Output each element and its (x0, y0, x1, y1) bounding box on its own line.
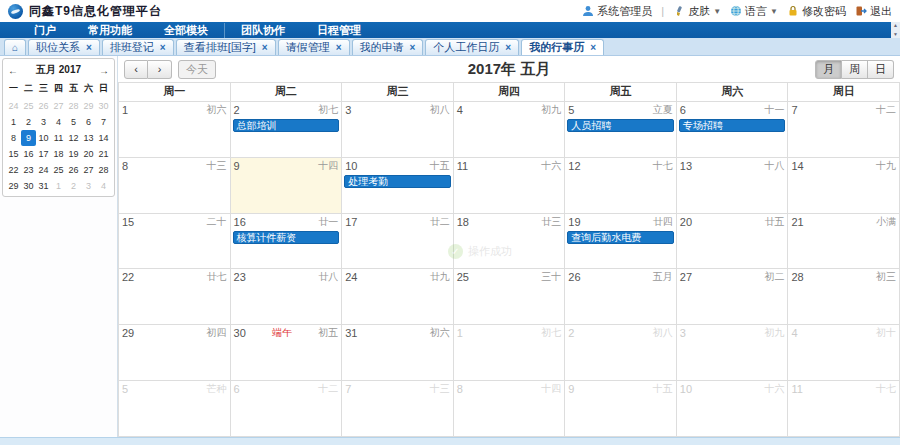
tab-0[interactable]: 职位关系× (28, 39, 100, 55)
mini-day-25[interactable]: 25 (21, 98, 36, 114)
mini-day-20[interactable]: 20 (81, 146, 96, 162)
mini-day-25[interactable]: 25 (51, 162, 66, 178)
day-cell-8[interactable]: 8十三 (119, 158, 231, 214)
scroll-up-icon[interactable]: ▲ (893, 23, 898, 28)
mini-calendar-title[interactable]: 五月 2017 (36, 63, 81, 77)
day-cell-12[interactable]: 12十七 (565, 158, 677, 214)
mini-day-3[interactable]: 3 (36, 114, 51, 130)
mini-day-13[interactable]: 13 (81, 130, 96, 146)
day-cell-4[interactable]: 4初十 (788, 325, 900, 381)
day-cell-27[interactable]: 27初二 (677, 269, 789, 325)
logout-button[interactable]: 退出 (855, 4, 892, 19)
day-cell-25[interactable]: 25三十 (454, 269, 566, 325)
day-cell-30[interactable]: 30端午初五 (231, 325, 343, 381)
day-cell-22[interactable]: 22廿七 (119, 269, 231, 325)
mini-day-27[interactable]: 27 (81, 162, 96, 178)
tab-2[interactable]: 查看排班[国字]× (176, 39, 276, 55)
day-cell-5[interactable]: 5芒种 (119, 381, 231, 437)
tab-3[interactable]: 请假管理× (278, 39, 350, 55)
day-cell-14[interactable]: 14十九 (788, 158, 900, 214)
mini-day-12[interactable]: 12 (66, 130, 81, 146)
nav-item-3[interactable]: 团队协作 (224, 23, 301, 38)
view-day-button[interactable]: 日 (868, 60, 894, 79)
day-cell-16[interactable]: 16廿一核算计件薪资 (231, 214, 343, 270)
day-cell-24[interactable]: 24廿九 (342, 269, 454, 325)
nav-item-1[interactable]: 常用功能 (72, 23, 148, 38)
close-icon[interactable]: × (86, 42, 92, 53)
day-cell-2[interactable]: 2初八 (565, 325, 677, 381)
day-cell-8[interactable]: 8十四 (454, 381, 566, 437)
mini-day-19[interactable]: 19 (66, 146, 81, 162)
mini-day-7[interactable]: 7 (96, 114, 111, 130)
mini-day-9[interactable]: 9 (21, 130, 36, 146)
tab-6[interactable]: 我的行事历× (521, 39, 604, 55)
event-bar[interactable]: 人员招聘 (567, 119, 674, 132)
nav-item-0[interactable]: 门户 (18, 23, 72, 38)
tab-1[interactable]: 排班登记× (102, 39, 174, 55)
day-cell-7[interactable]: 7十三 (342, 381, 454, 437)
close-icon[interactable]: × (410, 42, 416, 53)
mini-day-28[interactable]: 28 (96, 162, 111, 178)
mini-day-24[interactable]: 24 (6, 98, 21, 114)
day-cell-29[interactable]: 29初四 (119, 325, 231, 381)
mini-day-15[interactable]: 15 (6, 146, 21, 162)
mini-day-27[interactable]: 27 (51, 98, 66, 114)
day-cell-17[interactable]: 17廿二 (342, 214, 454, 270)
today-button[interactable]: 今天 (178, 60, 216, 79)
mini-day-22[interactable]: 22 (6, 162, 21, 178)
day-cell-13[interactable]: 13十八 (677, 158, 789, 214)
day-cell-2[interactable]: 2初七总部培训 (231, 102, 343, 158)
day-cell-3[interactable]: 3初八 (342, 102, 454, 158)
day-cell-9[interactable]: 9十四 (231, 158, 343, 214)
mini-day-30[interactable]: 30 (96, 98, 111, 114)
change-password-button[interactable]: 修改密码 (787, 4, 846, 19)
next-month-button[interactable]: › (148, 60, 172, 79)
close-icon[interactable]: × (590, 42, 596, 53)
mini-day-23[interactable]: 23 (21, 162, 36, 178)
mini-day-21[interactable]: 21 (96, 146, 111, 162)
day-cell-10[interactable]: 10十五处理考勤 (342, 158, 454, 214)
day-cell-21[interactable]: 21小满 (788, 214, 900, 270)
mini-day-29[interactable]: 29 (6, 178, 21, 194)
event-bar[interactable]: 查询后勤水电费 (567, 231, 674, 244)
view-week-button[interactable]: 周 (842, 60, 868, 79)
mini-day-16[interactable]: 16 (21, 146, 36, 162)
mini-day-24[interactable]: 24 (36, 162, 51, 178)
day-cell-23[interactable]: 23廿八 (231, 269, 343, 325)
mini-day-4[interactable]: 4 (51, 114, 66, 130)
day-cell-19[interactable]: 19廿四查询后勤水电费 (565, 214, 677, 270)
mini-day-1[interactable]: 1 (51, 178, 66, 194)
mini-day-10[interactable]: 10 (36, 130, 51, 146)
scrollbar[interactable]: ▲ ▼ (891, 22, 900, 38)
day-cell-11[interactable]: 11十七 (788, 381, 900, 437)
day-cell-1[interactable]: 1初六 (119, 102, 231, 158)
event-bar[interactable]: 处理考勤 (344, 175, 451, 188)
view-month-button[interactable]: 月 (815, 60, 842, 79)
mini-day-31[interactable]: 31 (36, 178, 51, 194)
close-icon[interactable]: × (505, 42, 511, 53)
nav-item-4[interactable]: 日程管理 (301, 23, 377, 38)
tab-5[interactable]: 个人工作日历× (425, 39, 519, 55)
mini-day-6[interactable]: 6 (81, 114, 96, 130)
day-cell-5[interactable]: 5立夏人员招聘 (565, 102, 677, 158)
day-cell-11[interactable]: 11十六 (454, 158, 566, 214)
mini-day-30[interactable]: 30 (21, 178, 36, 194)
nav-item-2[interactable]: 全部模块 (148, 23, 224, 38)
mini-next-button[interactable]: → (99, 65, 109, 76)
close-icon[interactable]: × (336, 42, 342, 53)
day-cell-26[interactable]: 26五月 (565, 269, 677, 325)
mini-day-26[interactable]: 26 (66, 162, 81, 178)
mini-day-17[interactable]: 17 (36, 146, 51, 162)
day-cell-20[interactable]: 20廿五 (677, 214, 789, 270)
tab-home[interactable]: ⌂ (4, 39, 26, 55)
skin-menu[interactable]: 皮肤 ▼ (673, 4, 721, 19)
day-cell-18[interactable]: 18廿三 (454, 214, 566, 270)
current-user[interactable]: 系统管理员 (582, 4, 652, 19)
day-cell-4[interactable]: 4初九 (454, 102, 566, 158)
mini-prev-button[interactable]: ← (8, 65, 18, 76)
mini-day-28[interactable]: 28 (66, 98, 81, 114)
mini-day-18[interactable]: 18 (51, 146, 66, 162)
tab-4[interactable]: 我的申请× (352, 39, 424, 55)
mini-day-29[interactable]: 29 (81, 98, 96, 114)
mini-day-4[interactable]: 4 (96, 178, 111, 194)
